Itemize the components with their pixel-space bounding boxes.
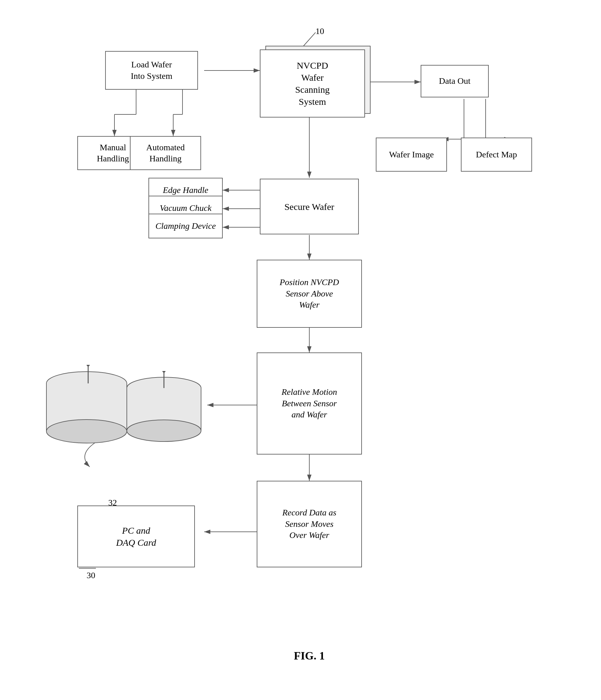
- ref-10: 10: [315, 26, 324, 36]
- record-data-box: Record Data asSensor MovesOver Wafer: [257, 481, 362, 567]
- pc-daq-box: PC andDAQ Card: [77, 505, 195, 567]
- svg-point-30: [87, 365, 90, 367]
- manual-handling-label: ManualHandling: [97, 142, 129, 165]
- svg-point-28: [46, 420, 127, 443]
- data-out-box: Data Out: [421, 65, 489, 97]
- edge-handle-label: Edge Handle: [163, 184, 209, 196]
- automated-handling-box: AutomatedHandling: [130, 136, 201, 170]
- wafer-disc-right: [124, 371, 204, 451]
- pc-daq-label: PC andDAQ Card: [116, 524, 156, 549]
- vacuum-chuck-label: Vacuum Chuck: [160, 202, 211, 214]
- data-out-label: Data Out: [439, 75, 471, 86]
- diagram: 10 NVCPDWaferScanningSystem Load WaferIn…: [0, 0, 601, 700]
- nvcpd-label: NVCPDWaferScanningSystem: [295, 59, 330, 107]
- ref-30-line: [77, 567, 108, 576]
- load-wafer-label: Load WaferInto System: [131, 59, 173, 82]
- fig-label: FIG. 1: [263, 649, 356, 662]
- position-nvcpd-label: Position NVCPDSensor AboveWafer: [280, 277, 339, 310]
- relative-motion-label: Relative MotionBetween Sensorand Wafer: [282, 386, 337, 420]
- clamping-device-box: Clamping Device: [148, 214, 223, 239]
- position-nvcpd-box: Position NVCPDSensor AboveWafer: [257, 260, 362, 328]
- nvcpd-box: NVCPDWaferScanningSystem: [260, 49, 365, 118]
- defect-map-label: Defect Map: [476, 149, 517, 160]
- defect-map-box: Defect Map: [461, 138, 532, 172]
- automated-handling-label: AutomatedHandling: [146, 142, 185, 165]
- load-wafer-box: Load WaferInto System: [105, 51, 198, 90]
- relative-motion-box: Relative MotionBetween Sensorand Wafer: [257, 352, 362, 454]
- wafer-image-label: Wafer Image: [389, 149, 434, 160]
- svg-line-2: [303, 32, 315, 46]
- clamping-device-label: Clamping Device: [155, 221, 216, 231]
- secure-wafer-label: Secure Wafer: [284, 201, 334, 213]
- secure-wafer-box: Secure Wafer: [260, 179, 359, 234]
- record-data-label: Record Data asSensor MovesOver Wafer: [282, 507, 337, 541]
- wafer-image-box: Wafer Image: [376, 138, 447, 172]
- svg-point-37: [162, 371, 166, 373]
- svg-point-35: [127, 420, 201, 442]
- wafer-disc-left: [43, 365, 130, 451]
